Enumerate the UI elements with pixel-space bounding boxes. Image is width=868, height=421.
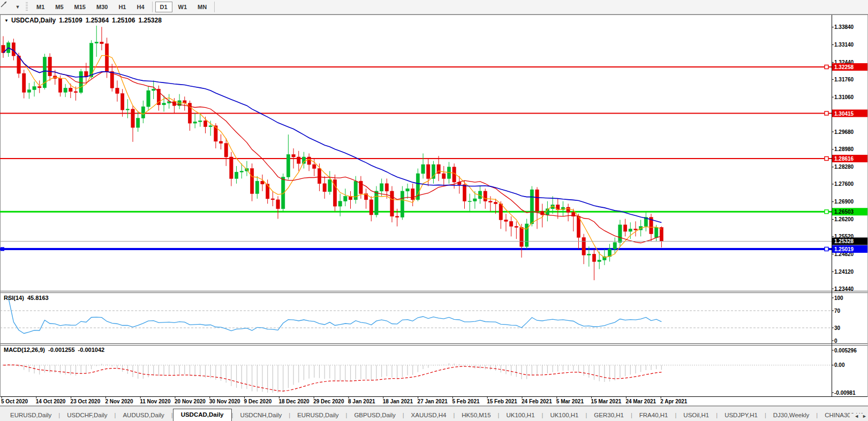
chart-tab-usdcnh-daily[interactable]: USDCNH,Daily <box>233 410 289 421</box>
price-tick-label: 1.26200 <box>834 216 854 222</box>
chart-tab-xauusd-h4[interactable]: XAUUSD,H4 <box>404 410 454 421</box>
timeframe-button-d1[interactable]: D1 <box>155 2 172 12</box>
chart-tab-usdchf-daily[interactable]: USDCHF,Daily <box>60 410 114 421</box>
chart-tab-usdjpy-h1[interactable]: USDJPY,H1 <box>718 410 765 421</box>
rsi-tick-label: 100 <box>834 295 843 301</box>
level-price-tag: 1.30415 <box>832 110 867 117</box>
chart-tab-usdcad-daily[interactable]: USDCAD,Daily <box>173 409 232 421</box>
svg-text:1.25019: 1.25019 <box>834 246 854 252</box>
hline-handle[interactable] <box>825 157 828 161</box>
hline-1.26503[interactable] <box>0 211 832 213</box>
macd-indicator-label: MACD(12,26,9)-0.001255-0.001042 <box>4 347 104 353</box>
hline-1.25019[interactable] <box>0 248 832 250</box>
timeframe-button-m30[interactable]: M30 <box>92 2 112 12</box>
svg-text:1.28616: 1.28616 <box>834 156 854 162</box>
hline-handle[interactable] <box>825 111 828 115</box>
timeframe-button-m1[interactable]: M1 <box>32 2 49 12</box>
timeframe-button-group: M1M5M15M30H1H4D1W1MN <box>31 2 217 12</box>
chart-tab-uk100-h1[interactable]: UK100,H1 <box>499 410 541 421</box>
price-tick-label: 1.26900 <box>834 199 854 205</box>
svg-text:1.32258: 1.32258 <box>834 64 854 70</box>
rsi-indicator-label: RSI(14)45.8163 <box>4 295 49 301</box>
date-tick-label: 18 Jan 2021 <box>383 399 413 404</box>
macd-name: MACD(12,26,9) <box>4 347 45 353</box>
hline-handle[interactable] <box>825 210 828 214</box>
price-tick-label: 1.31060 <box>834 94 854 100</box>
date-tick-label: 20 Nov 2020 <box>175 399 206 404</box>
macd-signal-value: -0.001042 <box>78 347 105 353</box>
chart-tab-fra40-h1[interactable]: FRA40,H1 <box>632 410 675 421</box>
trendline-tool-icon[interactable] <box>1 2 11 12</box>
chart-tab-dj30-weekly[interactable]: DJ30,Weekly <box>766 410 817 421</box>
date-tick-label: 18 Dec 2020 <box>278 399 310 404</box>
price-tick-label: 1.28980 <box>834 146 854 152</box>
symbol-dropdown-icon[interactable]: ▼ <box>4 18 9 23</box>
level-price-tag: 1.25019 <box>832 245 867 253</box>
ohlc-high: 1.25364 <box>86 17 109 24</box>
date-tick-label: 5 Oct 2020 <box>1 399 28 404</box>
chart-tab-ger30-h1[interactable]: GER30,H1 <box>587 410 631 421</box>
date-tick-label: 30 Nov 2020 <box>209 399 240 404</box>
rsi-tick-label: 70 <box>834 308 841 314</box>
toolbar-separator <box>152 2 153 12</box>
date-tick-label: 27 Jan 2021 <box>418 399 448 404</box>
hline-handle[interactable] <box>825 65 828 69</box>
top-toolbar: ▼ M1M5M15M30H1H4D1W1MN <box>0 0 868 14</box>
level-price-tag: 1.28616 <box>832 155 867 162</box>
date-tick-label: 14 Oct 2020 <box>36 399 66 404</box>
hline-anchor[interactable] <box>1 247 4 251</box>
application-window: ▼ M1M5M15M30H1H4D1W1MN 1.338401.331401.3… <box>0 0 868 421</box>
rsi-tick-label: 30 <box>834 325 841 331</box>
trendline-dropdown-caret-icon[interactable]: ▼ <box>12 2 23 12</box>
chart-tab-eurusd-daily[interactable]: EURUSD,Daily <box>3 410 58 421</box>
chart-tab-uk100-h1[interactable]: UK100,H1 <box>543 410 585 421</box>
hline-handle[interactable] <box>825 247 828 251</box>
hline-1.30415[interactable] <box>0 113 832 114</box>
chart-canvas: 1.338401.331401.324401.317601.310601.296… <box>0 0 868 421</box>
timeframe-button-w1[interactable]: W1 <box>173 2 192 12</box>
level-price-tag: 1.26503 <box>832 208 867 215</box>
tab-scroll-right-icon[interactable]: ► <box>862 414 867 419</box>
price-tick-label: 1.24120 <box>834 269 854 275</box>
svg-text:1.30415: 1.30415 <box>834 111 854 117</box>
timeframe-button-h1[interactable]: H1 <box>114 2 131 12</box>
date-tick-label: 23 Oct 2020 <box>71 399 101 404</box>
chart-tab-audusd-daily[interactable]: AUDUSD,Daily <box>116 410 171 421</box>
rsi-name: RSI(14) <box>4 295 24 301</box>
date-tick-label: 11 Nov 2020 <box>140 399 171 404</box>
timeframe-button-m15[interactable]: M15 <box>70 2 90 12</box>
timeframe-button-mn[interactable]: MN <box>193 2 212 12</box>
ohlc-low: 1.25106 <box>112 17 135 24</box>
chart-tab-gbpusd-daily[interactable]: GBPUSD,Daily <box>347 410 402 421</box>
macd-tick-label: 0.005296 <box>834 348 857 354</box>
hline-1.32258[interactable] <box>0 66 832 67</box>
timeframe-button-h4[interactable]: H4 <box>132 2 149 12</box>
svg-text:1.26503: 1.26503 <box>834 209 854 215</box>
macd-tick-label: 0.00 <box>834 362 845 368</box>
timeframe-button-m5[interactable]: M5 <box>50 2 68 12</box>
date-tick-label: 9 Dec 2020 <box>244 399 272 404</box>
price-tick-label: 1.33140 <box>834 42 854 48</box>
chart-tab-eurusd-daily[interactable]: EURUSD,Daily <box>290 410 345 421</box>
price-tick-label: 1.28280 <box>834 164 854 170</box>
ohlc-open: 1.25109 <box>59 17 82 24</box>
date-tick-label: 29 Dec 2020 <box>313 399 344 404</box>
date-tick-label: 5 Mar 2021 <box>556 399 584 404</box>
date-tick-label: 2 Apr 2021 <box>660 399 688 404</box>
hline-1.28616[interactable] <box>0 158 832 159</box>
current-price-tag: 1.25328 <box>832 237 867 245</box>
date-tick-label: 2 Nov 2020 <box>105 399 133 404</box>
chart-tab-hk50-m15[interactable]: HK50,M15 <box>455 410 497 421</box>
symbol-label: USDCAD,Daily <box>11 17 56 24</box>
rsi-value: 45.8163 <box>27 295 49 301</box>
tab-scroll-left-icon[interactable]: ◄ <box>854 414 859 419</box>
ohlc-close: 1.25328 <box>138 17 161 24</box>
date-tick-label: 5 Feb 2021 <box>452 399 480 404</box>
rsi-macd-pane-resize-handle[interactable] <box>0 342 868 345</box>
toolbar-grip[interactable] <box>26 2 28 12</box>
chart-tab-usoil-h1[interactable]: USOil,H1 <box>676 410 716 421</box>
price-tick-label: 1.27600 <box>834 181 854 187</box>
main-rsi-pane-resize-handle[interactable] <box>0 289 868 293</box>
trendline-glyph <box>0 0 8 8</box>
tab-scroll-arrows: ◄ ► <box>850 414 867 419</box>
